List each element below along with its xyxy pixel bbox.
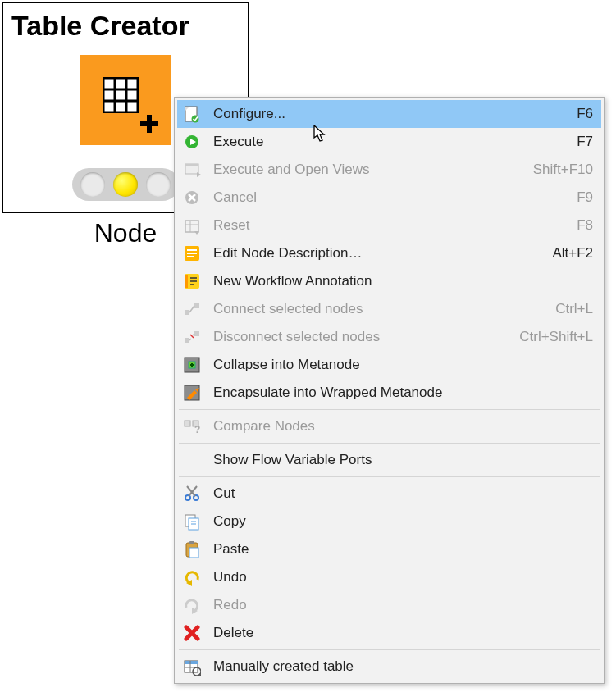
menu-item-connect-selected-nodes: Connect selected nodesCtrl+L bbox=[177, 295, 601, 323]
menu-item-label: Cancel bbox=[213, 189, 560, 206]
menu-item-shortcut: Alt+F2 bbox=[552, 245, 593, 262]
menu-item-collapse-into-metanode[interactable]: Collapse into Metanode bbox=[177, 351, 601, 379]
menu-item-label: Configure... bbox=[213, 106, 560, 122]
menu-item-new-workflow-annotation[interactable]: New Workflow Annotation bbox=[177, 267, 601, 295]
copy-icon bbox=[182, 512, 202, 531]
menu-separator bbox=[179, 443, 600, 444]
menu-item-reset: ResetF8 bbox=[177, 212, 601, 239]
menu-separator bbox=[179, 649, 600, 650]
menu-item-delete[interactable]: Delete bbox=[177, 619, 601, 647]
menu-item-cancel: CancelF9 bbox=[177, 184, 601, 212]
connect-icon bbox=[182, 299, 202, 319]
redo-icon bbox=[182, 595, 202, 615]
disconnect-icon bbox=[182, 327, 202, 347]
menu-item-copy[interactable]: Copy bbox=[177, 508, 601, 535]
menu-item-show-flow-variable-ports[interactable]: Show Flow Variable Ports bbox=[177, 446, 601, 474]
menu-item-disconnect-selected-nodes: Disconnect selected nodesCtrl+Shift+L bbox=[177, 323, 601, 351]
menu-item-label: Paste bbox=[213, 541, 593, 558]
menu-separator bbox=[179, 476, 600, 477]
menu-item-label: Show Flow Variable Ports bbox=[213, 452, 593, 468]
menu-item-undo[interactable]: Undo bbox=[177, 563, 601, 591]
menu-item-shortcut: F6 bbox=[577, 106, 593, 122]
menu-item-shortcut: F9 bbox=[577, 189, 593, 206]
undo-icon bbox=[182, 567, 202, 587]
compare-icon bbox=[182, 417, 202, 436]
blank-icon bbox=[182, 450, 202, 470]
menu-item-shortcut: Ctrl+Shift+L bbox=[519, 329, 593, 345]
menu-item-label: Execute bbox=[213, 134, 560, 150]
menu-item-label: Manually created table bbox=[213, 658, 593, 675]
exec-open-icon bbox=[182, 160, 202, 180]
grid-icon bbox=[103, 77, 139, 113]
menu-item-label: Compare Nodes bbox=[213, 418, 593, 435]
menu-item-label: Connect selected nodes bbox=[213, 301, 539, 317]
menu-item-label: Disconnect selected nodes bbox=[213, 329, 503, 345]
cut-icon bbox=[182, 484, 202, 503]
context-menu[interactable]: Configure...F6ExecuteF7Execute and Open … bbox=[174, 97, 605, 684]
execute-icon bbox=[182, 132, 202, 152]
svg-rect-6 bbox=[140, 121, 158, 126]
menu-item-label: Collapse into Metanode bbox=[213, 357, 593, 373]
menu-item-label: Reset bbox=[213, 217, 560, 234]
light-green bbox=[146, 172, 171, 197]
table-icon bbox=[182, 657, 202, 676]
menu-item-shortcut: F8 bbox=[577, 217, 593, 234]
light-yellow bbox=[113, 172, 138, 197]
menu-separator bbox=[179, 409, 600, 410]
menu-item-compare-nodes: Compare Nodes bbox=[177, 412, 601, 440]
menu-item-label: Execute and Open Views bbox=[213, 162, 517, 178]
menu-item-label: New Workflow Annotation bbox=[213, 273, 593, 289]
node-type-icon bbox=[80, 55, 171, 145]
encapsulate-icon bbox=[182, 383, 202, 403]
reset-icon bbox=[182, 216, 202, 235]
plus-icon bbox=[139, 114, 159, 134]
menu-item-cut[interactable]: Cut bbox=[177, 480, 601, 508]
menu-item-shortcut: F7 bbox=[577, 134, 593, 150]
light-red bbox=[80, 172, 105, 197]
menu-item-label: Delete bbox=[213, 625, 593, 641]
node-title: Table Creator bbox=[11, 10, 243, 42]
menu-item-paste[interactable]: Paste bbox=[177, 535, 601, 563]
cancel-icon bbox=[182, 188, 202, 207]
menu-item-redo: Redo bbox=[177, 591, 601, 619]
menu-item-label: Edit Node Description… bbox=[213, 245, 536, 262]
menu-item-label: Redo bbox=[213, 597, 593, 613]
menu-item-configure[interactable]: Configure...F6 bbox=[177, 100, 601, 128]
menu-item-encapsulate-into-wrapped-metanode[interactable]: Encapsulate into Wrapped Metanode bbox=[177, 379, 601, 407]
menu-item-execute[interactable]: ExecuteF7 bbox=[177, 128, 601, 156]
menu-item-shortcut: Ctrl+L bbox=[555, 301, 593, 317]
status-traffic-light bbox=[72, 168, 179, 201]
configure-icon bbox=[182, 104, 202, 124]
menu-item-edit-node-description[interactable]: Edit Node Description…Alt+F2 bbox=[177, 239, 601, 267]
edit-desc-icon bbox=[182, 244, 202, 263]
menu-item-execute-and-open-views: Execute and Open ViewsShift+F10 bbox=[177, 156, 601, 184]
menu-item-label: Copy bbox=[213, 513, 593, 530]
menu-item-label: Cut bbox=[213, 485, 593, 502]
annotation-icon bbox=[182, 271, 202, 291]
menu-item-manually-created-table[interactable]: Manually created table bbox=[177, 653, 601, 681]
menu-item-label: Encapsulate into Wrapped Metanode bbox=[213, 385, 593, 401]
paste-icon bbox=[182, 540, 202, 559]
svg-rect-0 bbox=[103, 78, 138, 112]
menu-item-shortcut: Shift+F10 bbox=[533, 162, 593, 178]
collapse-icon bbox=[182, 355, 202, 375]
menu-item-label: Undo bbox=[213, 569, 593, 585]
delete-icon bbox=[182, 623, 202, 643]
